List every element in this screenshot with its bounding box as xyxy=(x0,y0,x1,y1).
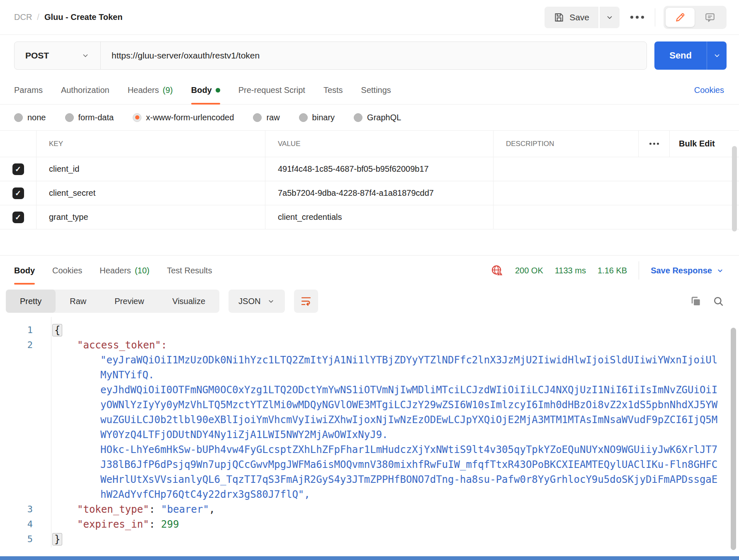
tab-body[interactable]: Body xyxy=(191,76,220,104)
code-line: 5} xyxy=(0,532,739,547)
token-pln: : xyxy=(149,504,161,515)
table-header-row: KEY VALUE DESCRIPTION Bulk Edit xyxy=(0,131,739,157)
params-table-scrollbar[interactable] xyxy=(732,146,737,231)
comment-icon xyxy=(705,12,715,23)
code-line: J38lB6JfP6dPsjq9Wn7upjQCcGwvMpgJWFMa6isM… xyxy=(0,457,739,472)
bottom-accent-bar xyxy=(0,556,739,560)
save-dropdown-button[interactable] xyxy=(600,7,620,28)
more-actions-button[interactable] xyxy=(628,16,647,19)
send-button-group: Send xyxy=(654,41,727,70)
breadcrumb: DCR / Gluu - Create Token xyxy=(14,12,122,22)
body-type-graphql[interactable]: GraphQL xyxy=(354,113,401,122)
view-mode-preview[interactable]: Preview xyxy=(100,290,158,313)
body-type-none[interactable]: none xyxy=(14,113,46,122)
language-selector[interactable]: JSON xyxy=(229,290,285,313)
checkbox-checked-icon[interactable] xyxy=(12,187,24,199)
chevron-down-icon xyxy=(713,51,721,60)
wrap-lines-button[interactable] xyxy=(294,290,318,313)
response-time[interactable]: 1133 ms xyxy=(555,266,586,275)
view-mode-visualize[interactable]: Visualize xyxy=(158,290,219,313)
chevron-down-icon xyxy=(716,267,724,275)
tab-headers[interactable]: Headers(9) xyxy=(128,76,173,104)
code-content: wuZGUiLCJ0b2tlbl90eXBlIjoiYmVhcmVyIiwiZX… xyxy=(52,412,717,427)
token-str: WY0YzQ4LTFjODUtNDY4Ny1iZjA1LWI5NWY2MjAwO… xyxy=(100,429,388,441)
code-line: 1{ xyxy=(0,323,739,338)
param-description-cell[interactable] xyxy=(493,205,739,229)
request-url-row: POST https://gluu-server/oxauth/restv1/t… xyxy=(0,35,739,76)
token-pln: , xyxy=(209,504,215,515)
radio-label: form-data xyxy=(78,113,114,122)
cookies-link[interactable]: Cookies xyxy=(694,85,724,95)
url-text: https://gluu-server/oxauth/restv1/token xyxy=(112,51,260,61)
line-number: 1 xyxy=(0,323,33,338)
breadcrumb-collection[interactable]: DCR xyxy=(14,12,32,22)
radio-icon xyxy=(253,113,262,122)
table-more-options-button[interactable] xyxy=(639,131,670,157)
tab-label: Pre-request Script xyxy=(238,85,305,95)
line-number xyxy=(0,487,33,502)
token-pln: : xyxy=(149,519,161,530)
body-type-raw[interactable]: raw xyxy=(253,113,280,122)
param-value-cell[interactable]: 491f4c48-1c85-4687-bf05-b95f62009b17 xyxy=(265,157,493,181)
view-mode-pretty[interactable]: Pretty xyxy=(6,290,56,313)
param-value-cell[interactable]: 7a5b7204-9dba-4228-87f4-a1a81879cdd7 xyxy=(265,181,493,205)
checkbox-checked-icon[interactable] xyxy=(12,212,24,223)
code-content: "eyJraWQiOiI1MzUzODk0Ni1hYzc1LTQ2ZmItYjA… xyxy=(52,353,717,368)
radio-label: x-www-form-urlencoded xyxy=(146,113,234,122)
param-key-cell[interactable]: grant_type xyxy=(36,205,265,229)
response-scrollbar[interactable] xyxy=(731,328,736,550)
tab-params[interactable]: Params xyxy=(14,76,43,104)
tab-authorization[interactable]: Authorization xyxy=(61,76,109,104)
param-value-cell[interactable]: client_credentials xyxy=(265,205,493,229)
response-tab-cookies[interactable]: Cookies xyxy=(52,256,82,285)
code-content: "access_token": xyxy=(52,338,167,353)
response-tab-body[interactable]: Body xyxy=(14,256,35,285)
tab-tests[interactable]: Tests xyxy=(323,76,343,104)
code-line: WY0YzQ4LTFjODUtNDY4Ny1iZjA1LWI5NWY2MjAwO… xyxy=(0,427,739,442)
response-tab-test-results[interactable]: Test Results xyxy=(167,256,212,285)
search-icon[interactable] xyxy=(713,296,724,307)
response-tabs: BodyCookiesHeaders(10)Test Results xyxy=(14,256,229,285)
body-type-form-data[interactable]: form-data xyxy=(65,113,114,122)
line-number xyxy=(0,412,33,427)
code-content: HOkc-LhYe6mHkSw-bUPh4vw4FyGLcsptZXhLhZFp… xyxy=(52,442,717,457)
param-key-cell[interactable]: client_id xyxy=(36,157,265,181)
token-str: wuZGUiLCJ0b2tlbl90eXBlIjoiYmVhcmVyIiwiZX… xyxy=(100,414,717,426)
checkbox-checked-icon[interactable] xyxy=(12,163,24,175)
view-mode-raw[interactable]: Raw xyxy=(56,290,100,313)
body-type-options: noneform-datax-www-form-urlencodedrawbin… xyxy=(0,105,739,130)
edit-mode-button[interactable] xyxy=(666,8,695,27)
method-selector[interactable]: POST xyxy=(15,42,101,69)
url-input[interactable]: https://gluu-server/oxauth/restv1/token xyxy=(101,42,647,69)
token-str: WeHrlUtXsVVsianlyQL6_TqzTI7qS3FmAjR2GyS4… xyxy=(100,474,717,485)
body-type-x-www-form-urlencoded[interactable]: x-www-form-urlencoded xyxy=(133,113,234,122)
table-row: client_id491f4c48-1c85-4687-bf05-b95f620… xyxy=(0,157,739,181)
language-label: JSON xyxy=(238,297,260,306)
tab-pre-request-script[interactable]: Pre-request Script xyxy=(238,76,305,104)
row-checkbox-cell xyxy=(0,205,36,229)
table-body: client_id491f4c48-1c85-4687-bf05-b95f620… xyxy=(0,157,739,229)
copy-icon[interactable] xyxy=(690,296,701,307)
status-badge[interactable]: 200 OK xyxy=(515,266,543,275)
code-line: wuZGUiLCJ0b2tlbl90eXBlIjoiYmVhcmVyIiwiZX… xyxy=(0,412,739,427)
body-type-binary[interactable]: binary xyxy=(299,113,335,122)
code-content: } xyxy=(52,532,62,547)
send-dropdown-button[interactable] xyxy=(707,41,727,70)
token-key: "expires_in" xyxy=(77,519,149,530)
response-size[interactable]: 1.16 KB xyxy=(598,266,627,275)
save-button[interactable]: Save xyxy=(545,7,598,28)
param-description-cell[interactable] xyxy=(493,181,739,205)
param-description-cell[interactable] xyxy=(493,157,739,181)
bulk-edit-button[interactable]: Bulk Edit xyxy=(670,131,739,157)
response-body-editor[interactable]: 1{2"access_token":"eyJraWQiOiI1MzUzODk0N… xyxy=(0,317,739,551)
param-key-cell[interactable]: client_secret xyxy=(36,181,265,205)
code-content: "token_type": "bearer", xyxy=(52,502,215,517)
send-button[interactable]: Send xyxy=(654,41,707,70)
comments-button[interactable] xyxy=(695,8,724,27)
tab-settings[interactable]: Settings xyxy=(361,76,391,104)
response-tab-headers[interactable]: Headers(10) xyxy=(100,256,149,285)
save-response-button[interactable]: Save Response xyxy=(651,266,724,275)
network-warning-icon[interactable] xyxy=(491,264,503,277)
tab-label: Cookies xyxy=(52,266,82,275)
code-content: yOWNlYzIyYy0yMzVhLTQ5MzctYTZlMi0wMDQyNGV… xyxy=(52,397,717,412)
